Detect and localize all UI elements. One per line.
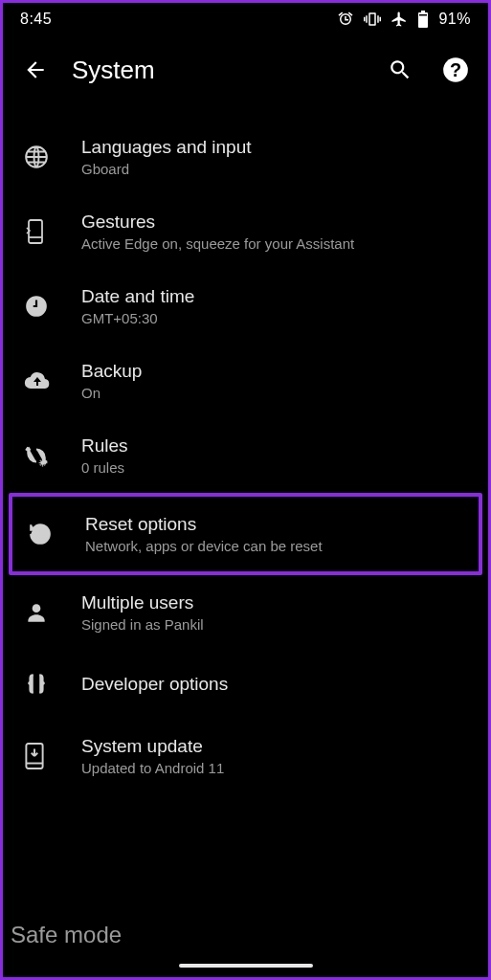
back-button[interactable] [16,51,55,89]
item-title: Multiple users [81,592,469,613]
item-sub: On [81,385,469,401]
help-button[interactable]: ? [436,51,475,89]
item-sub: 0 rules [81,459,469,476]
alarm-icon [337,11,354,28]
backup-icon [24,371,81,390]
item-sub: Signed in as Pankil [81,616,469,633]
list-item-backup[interactable]: Backup On [3,344,488,418]
item-title: Rules [81,435,469,457]
status-bar: 8:45 91% [3,3,488,32]
svg-point-4 [40,460,45,465]
list-item-gestures[interactable]: Gestures Active Edge on, squeeze for you… [3,194,488,269]
status-right: 91% [337,11,471,28]
search-button[interactable] [381,51,419,89]
back-arrow-icon [23,57,48,82]
item-sub: Active Edge on, squeeze for your Assista… [81,235,469,252]
item-title: Date and time [81,286,469,307]
list-item-system-update[interactable]: System update Updated to Android 11 [3,719,488,793]
globe-icon [24,145,81,169]
safe-mode-label: Safe mode [11,922,122,948]
item-sub: Updated to Android 11 [81,760,469,776]
svg-rect-0 [419,14,427,16]
rules-icon [24,443,81,468]
nav-indicator[interactable] [179,964,313,968]
gesture-icon [24,218,81,245]
svg-text:?: ? [450,59,461,80]
list-item-rules[interactable]: Rules 0 rules [3,418,488,493]
status-time: 8:45 [20,11,52,28]
list-item-multiple-users[interactable]: Multiple users Signed in as Pankil [3,575,488,650]
settings-list: Languages and input Gboard Gestures Acti… [3,102,488,793]
airplane-icon [391,11,408,28]
list-item-developer-options[interactable]: Developer options [3,650,488,719]
list-item-languages[interactable]: Languages and input Gboard [3,120,488,194]
item-sub: GMT+05:30 [81,310,469,326]
svg-rect-3 [29,220,42,243]
help-icon: ? [442,56,469,83]
item-title: Reset options [85,514,465,535]
braces-icon [24,672,81,697]
list-item-date-time[interactable]: Date and time GMT+05:30 [3,269,488,344]
item-title: System update [81,736,469,757]
item-sub: Network, apps or device can be reset [85,538,465,554]
page-title: System [72,56,364,85]
reset-icon [28,522,85,546]
user-icon [24,600,81,625]
clock-icon [24,294,81,319]
search-icon [388,57,413,82]
update-icon [24,743,81,769]
item-sub: Gboard [81,161,469,177]
app-bar: System ? [3,32,488,102]
item-title: Backup [81,361,469,382]
item-title: Languages and input [81,137,469,158]
list-item-reset-options[interactable]: Reset options Network, apps or device ca… [9,493,482,575]
svg-point-5 [33,604,41,612]
item-title: Developer options [81,674,469,695]
vibrate-icon [364,11,381,28]
battery-pct: 91% [438,11,471,28]
item-title: Gestures [81,212,469,233]
battery-icon [417,11,429,28]
